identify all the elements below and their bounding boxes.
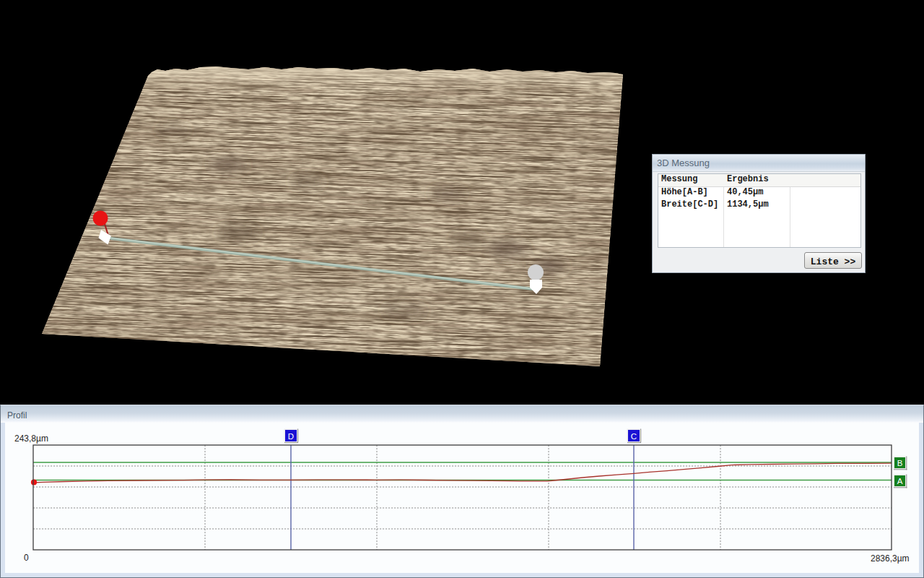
svg-text:C: C (631, 432, 637, 441)
svg-text:A: A (897, 477, 903, 486)
svg-text:B: B (897, 459, 903, 467)
svg-text:D: D (288, 432, 294, 441)
